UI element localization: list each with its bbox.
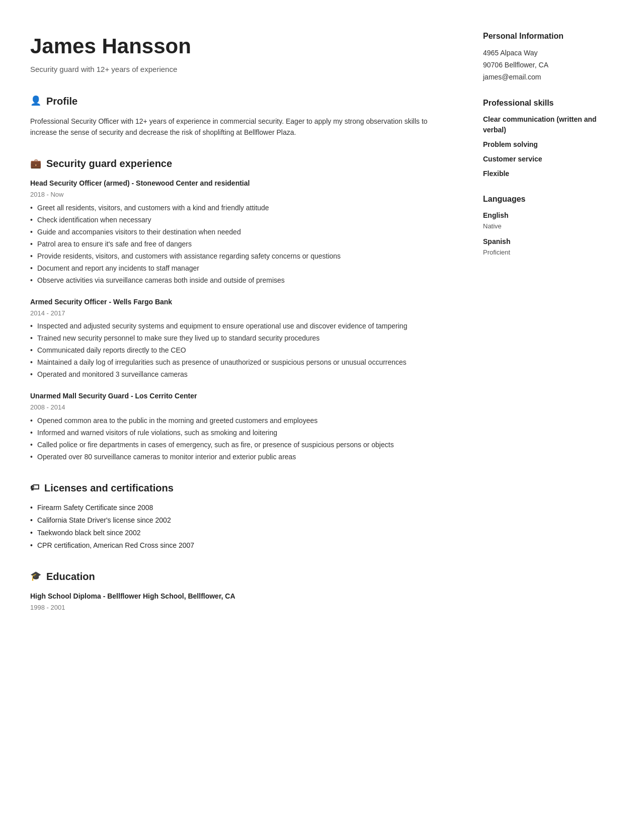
cert-item: Taekwondo black belt since 2002	[30, 528, 443, 538]
bullet: Guide and accompanies visitors to their …	[30, 227, 443, 237]
education-date: 1998 - 2001	[30, 603, 443, 613]
address-line2: 90706 Bellflower, CA	[483, 59, 614, 71]
profile-text: Professional Security Officer with 12+ y…	[30, 116, 443, 138]
lang-2-name: Spanish	[483, 236, 614, 247]
bullet: Informed and warned visitors of rule vio…	[30, 428, 443, 438]
bullet: Patrol area to ensure it's safe and free…	[30, 239, 443, 249]
bullet: Maintained a daily log of irregularities…	[30, 357, 443, 368]
education-section: 🎓 Education High School Diploma - Bellfl…	[30, 569, 443, 613]
cert-item: Firearm Safety Certificate since 2008	[30, 503, 443, 513]
bullet: Communicated daily reports directly to t…	[30, 345, 443, 356]
certifications-section: 🏷 Licenses and certifications Firearm Sa…	[30, 480, 443, 551]
bullet: Trained new security personnel to make s…	[30, 333, 443, 344]
bullet: Check identification when necessary	[30, 215, 443, 225]
bullet: Opened common area to the public in the …	[30, 415, 443, 426]
bullet: Operated and monitored 3 surveillance ca…	[30, 369, 443, 380]
skills-section: Professional skills Clear communication …	[483, 97, 614, 179]
job-2-title: Armed Security Officer - Wells Fargo Ban…	[30, 297, 443, 307]
lang-1-name: English	[483, 210, 614, 221]
cert-item: CPR certification, American Red Cross si…	[30, 540, 443, 551]
languages-title: Languages	[483, 193, 614, 205]
job-2-date: 2014 - 2017	[30, 308, 443, 318]
skills-title: Professional skills	[483, 97, 614, 109]
job-2-bullets: Inspected and adjusted security systems …	[30, 321, 443, 380]
education-school: High School Diploma - Bellflower High Sc…	[30, 591, 443, 602]
job-1: Head Security Officer (armed) - Stonewoo…	[30, 178, 443, 286]
email: james@email.com	[483, 71, 614, 84]
skill-1: Clear communication (written and verbal)	[483, 114, 614, 135]
candidate-subtitle: Security guard with 12+ years of experie…	[30, 64, 443, 75]
main-column: James Hansson Security guard with 12+ ye…	[30, 30, 473, 630]
bullet: Inspected and adjusted security systems …	[30, 321, 443, 331]
job-3: Unarmed Mall Security Guard - Los Cerrit…	[30, 391, 443, 462]
bullet: Observe activities via surveillance came…	[30, 275, 443, 286]
job-3-bullets: Opened common area to the public in the …	[30, 415, 443, 462]
skill-4: Flexible	[483, 169, 614, 179]
address-line1: 4965 Alpaca Way	[483, 47, 614, 59]
personal-info-section: Personal Information 4965 Alpaca Way 907…	[483, 30, 614, 83]
bullet: Document and report any incidents to sta…	[30, 263, 443, 274]
job-1-bullets: Greet all residents, visitors, and custo…	[30, 203, 443, 286]
education-title: 🎓 Education	[30, 569, 443, 584]
bullet: Operated over 80 surveillance cameras to…	[30, 452, 443, 462]
bullet: Provide residents, visitors, and custome…	[30, 251, 443, 262]
lang-1-level: Native	[483, 221, 614, 231]
resume-page: James Hansson Security guard with 12+ ye…	[0, 0, 644, 660]
certifications-title: 🏷 Licenses and certifications	[30, 480, 443, 495]
job-2: Armed Security Officer - Wells Fargo Ban…	[30, 297, 443, 380]
bullet: Greet all residents, visitors, and custo…	[30, 203, 443, 213]
lang-2-level: Proficient	[483, 247, 614, 258]
experience-title: 💼 Security guard experience	[30, 156, 443, 171]
candidate-name: James Hansson	[30, 30, 443, 62]
languages-section: Languages English Native Spanish Profici…	[483, 193, 614, 257]
skill-2: Problem solving	[483, 139, 614, 150]
resume-header: James Hansson Security guard with 12+ ye…	[30, 30, 443, 75]
profile-icon: 👤	[30, 94, 41, 108]
profile-title: 👤 Profile	[30, 94, 443, 109]
certifications-list: Firearm Safety Certificate since 2008 Ca…	[30, 503, 443, 551]
job-1-date: 2018 - Now	[30, 190, 443, 200]
job-3-date: 2008 - 2014	[30, 402, 443, 412]
profile-section: 👤 Profile Professional Security Officer …	[30, 94, 443, 138]
certifications-icon: 🏷	[30, 481, 39, 494]
education-icon: 🎓	[30, 569, 41, 583]
personal-info-title: Personal Information	[483, 30, 614, 42]
job-1-title: Head Security Officer (armed) - Stonewoo…	[30, 178, 443, 189]
skill-3: Customer service	[483, 154, 614, 164]
sidebar: Personal Information 4965 Alpaca Way 907…	[473, 30, 614, 630]
experience-section: 💼 Security guard experience Head Securit…	[30, 156, 443, 462]
bullet: Called police or fire departments in cas…	[30, 440, 443, 450]
personal-address: 4965 Alpaca Way 90706 Bellflower, CA jam…	[483, 47, 614, 83]
cert-item: California State Driver's license since …	[30, 515, 443, 526]
experience-icon: 💼	[30, 157, 41, 171]
job-3-title: Unarmed Mall Security Guard - Los Cerrit…	[30, 391, 443, 401]
